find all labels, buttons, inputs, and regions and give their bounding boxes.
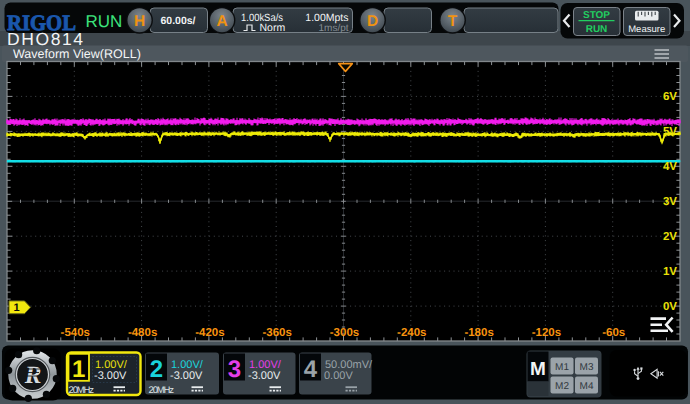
svg-text:-360s: -360s [262,327,291,339]
svg-text:1V: 1V [663,266,677,278]
svg-text:-300s: -300s [330,327,359,339]
svg-text:RUN: RUN [586,24,608,35]
svg-text:A: A [216,13,227,30]
svg-text:-540s: -540s [61,327,90,339]
svg-text:-3.00V: -3.00V [248,370,281,382]
svg-text:H: H [134,13,145,30]
svg-text:2: 2 [150,356,163,383]
svg-text:Measure: Measure [628,24,665,35]
svg-text:M: M [530,359,546,380]
svg-text:Waveform View(ROLL): Waveform View(ROLL) [13,47,141,61]
svg-text:-3.00V: -3.00V [94,370,127,382]
svg-text:T: T [448,13,458,30]
svg-text:M2: M2 [555,381,569,392]
svg-text:STOP: STOP [583,10,610,21]
svg-text:RUN: RUN [86,12,123,31]
svg-text:20MHz: 20MHz [69,385,95,396]
svg-text:-240s: -240s [397,327,426,339]
svg-text:1.00V/: 1.00V/ [95,359,128,371]
svg-text:6V: 6V [663,91,677,103]
svg-text:-120s: -120s [532,327,561,339]
svg-text:1: 1 [72,356,85,383]
svg-text:-180s: -180s [464,327,493,339]
svg-text:-420s: -420s [195,327,224,339]
svg-text:1.00V/: 1.00V/ [249,359,282,371]
svg-text:3: 3 [228,356,241,383]
svg-text:0V: 0V [663,301,677,313]
svg-text:1: 1 [13,302,19,314]
svg-text:5V: 5V [663,126,677,138]
svg-text:0.00V: 0.00V [324,370,353,382]
svg-text:2V: 2V [663,231,677,243]
svg-text:20MHz: 20MHz [149,385,175,396]
svg-text:1.00V/: 1.00V/ [171,359,204,371]
svg-text:M3: M3 [580,362,594,373]
svg-text:D: D [367,13,378,30]
svg-text:M4: M4 [580,381,594,392]
svg-text:Norm: Norm [260,22,286,34]
svg-text:-3.00V: -3.00V [170,370,203,382]
svg-text:4V: 4V [663,161,677,173]
svg-text:60.00s/: 60.00s/ [161,15,196,27]
svg-text:-480s: -480s [128,327,157,339]
svg-text:1ms/pt: 1ms/pt [318,23,348,34]
svg-text:3V: 3V [663,196,677,208]
svg-text:-60s: -60s [602,327,625,339]
svg-text:M1: M1 [555,362,569,373]
svg-text:50.00mV/: 50.00mV/ [325,359,373,371]
svg-text:R: R [24,362,42,389]
svg-text:4: 4 [304,356,318,383]
